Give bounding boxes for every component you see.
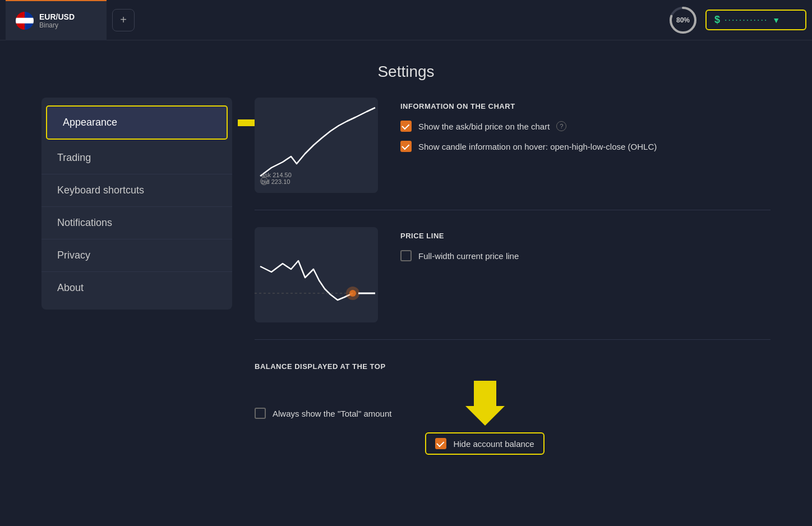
chart-preview-price-line: [255, 227, 378, 322]
sidebar-item-appearance[interactable]: Appearance: [46, 105, 228, 140]
help-icon-ask-bid[interactable]: ?: [556, 121, 566, 131]
option-full-width-label: Full-width current price line: [418, 251, 519, 261]
chart-info-row: ask 214.50 bid 223.10 i INFORMATION ON T…: [255, 98, 771, 193]
settings-content: ask 214.50 bid 223.10 i INFORMATION ON T…: [255, 98, 771, 455]
progress-percent: 80%: [676, 16, 690, 24]
topbar: EUR/USD Binary + 80% $ ············ ▼: [0, 0, 812, 40]
price-line-row: PRICE LINE Full-width current price line: [255, 227, 771, 322]
sidebar-item-privacy[interactable]: Privacy: [41, 239, 232, 272]
dollar-sign-icon: $: [714, 14, 720, 26]
option-candle-info: Show candle information on hover: open-h…: [400, 141, 771, 152]
checkbox-ask-bid[interactable]: [400, 121, 412, 132]
option-hide-balance-label: Hide account balance: [453, 439, 534, 449]
option-candle-label: Show candle information on hover: open-h…: [418, 142, 657, 151]
checkbox-hide-balance[interactable]: [435, 438, 446, 449]
chart-help-icon: i: [260, 177, 268, 185]
active-tab[interactable]: EUR/USD Binary: [6, 0, 107, 40]
option-ask-bid: Show the ask/bid price on the chart ?: [400, 121, 771, 132]
svg-marker-9: [465, 381, 505, 426]
progress-ring: 80%: [668, 6, 698, 35]
price-line-options: PRICE LINE Full-width current price line: [400, 227, 771, 270]
price-line-title: PRICE LINE: [400, 232, 771, 240]
settings-sidebar: Appearance Trading Keyboard shortcuts No…: [41, 98, 232, 310]
option-ask-bid-label: Show the ask/bid price on the chart: [418, 122, 550, 131]
option-always-total: Always show the "Total" amount: [255, 408, 391, 419]
checkbox-always-total[interactable]: [255, 408, 266, 419]
balance-masked: ············: [725, 15, 768, 25]
chart-preview-info: ask 214.50 bid 223.10 i: [255, 98, 378, 193]
chevron-down-icon: ▼: [772, 16, 780, 25]
section-balance: BALANCE DISPLAYED AT THE TOP Always show…: [255, 357, 771, 455]
add-tab-button[interactable]: +: [112, 9, 135, 31]
topbar-right: 80% $ ············ ▼: [668, 6, 806, 35]
balance-options-row: Always show the "Total" amount: [255, 381, 771, 455]
currency-pair: EUR/USD: [39, 12, 75, 21]
annotation-arrow-down: [463, 381, 507, 428]
option-always-total-label: Always show the "Total" amount: [273, 409, 391, 418]
option-hide-balance[interactable]: Hide account balance: [425, 432, 544, 455]
checkbox-candle-info[interactable]: [400, 141, 412, 152]
section-chart-info: ask 214.50 bid 223.10 i INFORMATION ON T…: [255, 98, 771, 210]
eur-usd-flag: [16, 12, 34, 30]
sidebar-item-trading[interactable]: Trading: [41, 142, 232, 174]
checkbox-full-width[interactable]: [400, 250, 412, 261]
section-price-line: PRICE LINE Full-width current price line: [255, 227, 771, 340]
settings-page: Settings Appearance Trading: [0, 40, 812, 455]
tab-label: EUR/USD Binary: [39, 12, 75, 29]
chart-info-options: INFORMATION ON THE CHART Show the ask/bi…: [400, 98, 771, 161]
balance-title: BALANCE DISPLAYED AT THE TOP: [255, 362, 771, 371]
sidebar-item-notifications[interactable]: Notifications: [41, 207, 232, 239]
svg-point-6: [346, 287, 359, 300]
trade-type: Binary: [39, 21, 75, 29]
sidebar-item-keyboard-shortcuts[interactable]: Keyboard shortcuts: [41, 174, 232, 207]
settings-layout: Appearance Trading Keyboard shortcuts No…: [41, 98, 771, 455]
sidebar-item-about[interactable]: About: [41, 272, 232, 304]
balance-button[interactable]: $ ············ ▼: [705, 10, 806, 30]
chart-info-title: INFORMATION ON THE CHART: [400, 102, 771, 110]
option-full-width: Full-width current price line: [400, 250, 771, 261]
hide-balance-group: Hide account balance: [425, 381, 544, 455]
page-title: Settings: [377, 63, 434, 81]
